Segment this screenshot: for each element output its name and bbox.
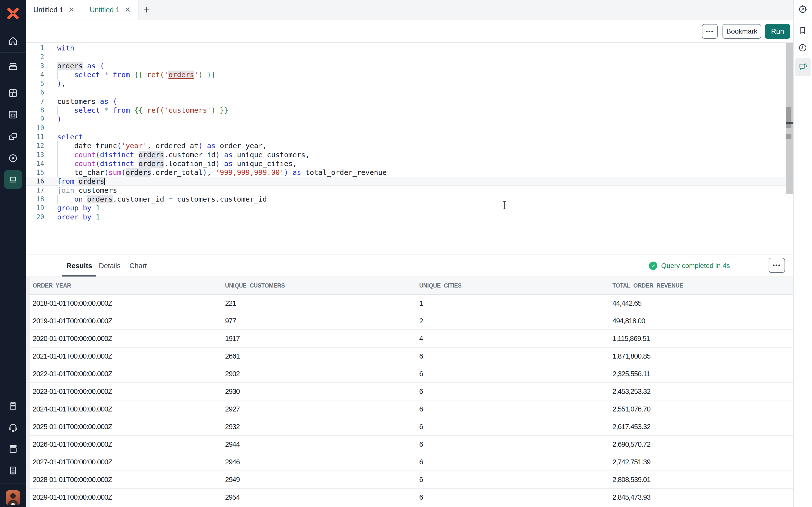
tab-untitled-1[interactable]: Untitled 1 ✕ — [26, 0, 83, 19]
user-avatar[interactable] — [6, 490, 20, 505]
new-tab-button[interactable]: + — [139, 0, 155, 19]
code-line[interactable]: 1with — [26, 44, 794, 52]
code-token: ) — [284, 168, 288, 177]
code-line[interactable]: 2 — [26, 52, 794, 61]
column-header[interactable]: TOTAL_ORDER_REVENUE — [609, 282, 794, 289]
code-token — [57, 151, 74, 159]
table-cell: 6 — [416, 388, 609, 396]
code-token — [92, 204, 96, 212]
code-token: ) — [57, 115, 61, 123]
code-token: .location_id — [164, 160, 216, 168]
ai-chat-selected[interactable] — [795, 58, 811, 76]
code-token — [109, 106, 113, 114]
code-line[interactable]: 5), — [26, 79, 794, 88]
organization-building-icon[interactable] — [8, 465, 18, 476]
code-line[interactable]: 19group by 1 — [26, 204, 794, 212]
tab-untitled-1-active[interactable]: Untitled 1 ✕ — [83, 0, 139, 19]
table-cell: 2025-01-01T00:00:00.000Z — [30, 423, 222, 431]
code-token: customers — [74, 186, 117, 194]
compass-icon[interactable] — [798, 5, 807, 14]
projects-drawer-icon[interactable] — [8, 61, 18, 72]
code-token — [57, 106, 74, 114]
code-token: customers — [168, 106, 207, 114]
tab-chart[interactable]: Chart — [130, 255, 147, 277]
table-cell: 2020-01-01T00:00:00.000Z — [30, 335, 222, 343]
code-token: orders — [139, 160, 164, 168]
table-cell: 4 — [416, 335, 609, 343]
column-header[interactable]: UNIQUE_CUSTOMERS — [222, 282, 416, 289]
hex-logo-icon[interactable] — [6, 7, 19, 20]
table-cell: 2902 — [222, 370, 416, 378]
code-token: orders — [79, 177, 104, 185]
clipboard-icon[interactable] — [8, 401, 18, 411]
bookmark-button[interactable]: Bookmark — [722, 24, 761, 39]
table-row: 2025-01-01T00:00:00.000Z293262,617,453.3… — [30, 418, 794, 436]
code-token: .customer_id — [164, 151, 216, 159]
code-line[interactable]: 13 count(distinct orders.customer_id) as… — [26, 150, 794, 159]
table-cell: 6 — [416, 352, 609, 360]
code-line[interactable]: 9) — [26, 115, 794, 123]
close-icon[interactable]: ✕ — [124, 6, 131, 13]
code-token: distinct — [100, 160, 134, 168]
computer-icon — [8, 174, 18, 185]
code-line[interactable]: 20order by 1 — [26, 213, 794, 221]
sql-editor[interactable]: 1with23orders as (4 select * from {{ ref… — [26, 43, 794, 255]
status-text: Query completed in 4s — [661, 262, 730, 270]
tab-details[interactable]: Details — [99, 255, 120, 277]
code-token — [203, 70, 207, 79]
history-clock-icon[interactable] — [798, 43, 807, 52]
bookmark-icon[interactable] — [798, 26, 807, 35]
more-options-button[interactable]: ••• — [702, 24, 718, 39]
line-number: 5 — [26, 79, 44, 88]
code-token: }} — [207, 70, 215, 79]
results-more-button[interactable]: ••• — [769, 258, 785, 273]
code-line[interactable]: 3orders as ( — [26, 61, 794, 70]
table-cell: 977 — [222, 317, 416, 325]
code-line[interactable]: 17join customers — [26, 186, 794, 195]
explore-compass-icon[interactable] — [8, 153, 18, 163]
code-token: customers.customer_id — [172, 195, 267, 203]
table-row: 2021-01-01T00:00:00.000Z266161,871,800.8… — [30, 347, 794, 365]
table-row: 2028-01-01T00:00:00.000Z294962,808,539.0… — [30, 471, 794, 489]
code-line[interactable]: 4 select * from {{ ref('orders') }} — [26, 70, 794, 79]
code-line[interactable]: 11select — [26, 132, 794, 141]
code-line[interactable]: 18 on orders.customer_id = customers.cus… — [26, 195, 794, 204]
code-token: ) — [198, 142, 203, 150]
rail-divider — [794, 19, 812, 20]
code-line[interactable]: 14 count(distinct orders.location_id) as… — [26, 159, 794, 168]
close-icon[interactable]: ✕ — [68, 6, 74, 13]
code-token: to_char — [74, 168, 104, 177]
table-cell: 2,617,453.32 — [609, 423, 794, 431]
line-number: 4 — [26, 70, 44, 79]
code-token: orders — [87, 195, 113, 203]
code-line[interactable]: 7customers as ( — [26, 97, 794, 106]
code-line[interactable]: 15 to_char(sum(orders.order_total), '999… — [26, 168, 794, 177]
line-number: 6 — [26, 88, 44, 97]
support-headset-icon[interactable] — [8, 422, 18, 433]
code-line[interactable]: 10 — [26, 124, 794, 132]
docs-book-icon[interactable] — [8, 444, 18, 454]
tab-results[interactable]: Results — [66, 255, 92, 277]
code-token: ' — [194, 70, 198, 79]
column-header[interactable]: UNIQUE_CITIES — [416, 282, 609, 289]
sidebar-item-notebook-active[interactable] — [4, 170, 22, 189]
code-line[interactable]: 12 date_trunc('year', ordered_at) as ord… — [26, 141, 794, 150]
code-browser-icon[interactable] — [8, 110, 18, 120]
table-cell: 1,871,800.85 — [609, 352, 794, 360]
code-line[interactable]: 6 — [26, 88, 794, 97]
line-number: 2 — [26, 52, 44, 61]
column-header[interactable]: ORDER_YEAR — [30, 282, 222, 289]
home-icon[interactable] — [8, 36, 18, 46]
windows-icon[interactable] — [8, 131, 18, 142]
apps-grid-icon[interactable] — [8, 88, 18, 98]
scrollbar-thumb[interactable] — [786, 107, 792, 128]
tab-label: Untitled 1 — [90, 6, 120, 14]
cell-toolbar: ••• Bookmark Run — [26, 20, 794, 43]
code-token: orders — [168, 70, 194, 79]
table-cell: 6 — [416, 440, 609, 448]
editor-scrollbar[interactable] — [786, 43, 793, 194]
code-line[interactable]: 16from orders — [26, 177, 794, 186]
code-token: date_trunc — [74, 142, 117, 150]
code-line[interactable]: 8 select * from {{ ref('customers') }} — [26, 106, 794, 115]
run-button[interactable]: Run — [765, 24, 790, 39]
